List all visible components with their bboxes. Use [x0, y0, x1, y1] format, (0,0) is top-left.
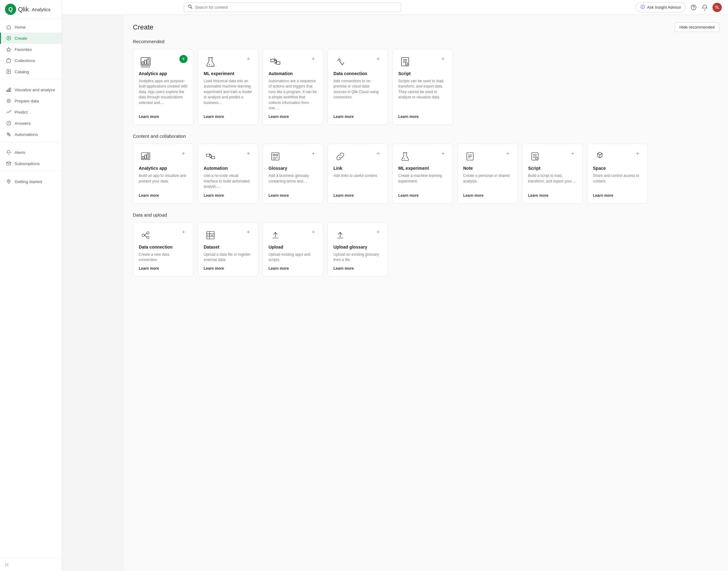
- learn-more-link[interactable]: Learn more: [593, 193, 642, 198]
- recommended-cards-grid: + Analytics app Analytics apps are purpo…: [133, 49, 719, 125]
- learn-more-link[interactable]: Learn more: [398, 115, 447, 119]
- add-button[interactable]: +: [244, 55, 252, 63]
- add-button[interactable]: +: [244, 228, 252, 236]
- card-dataset-du[interactable]: + Dataset Upload a data file or register…: [198, 223, 258, 277]
- sidebar-item-answers[interactable]: Answers: [0, 118, 62, 129]
- sidebar-label-automations: Automations: [15, 132, 38, 137]
- card-script-rec[interactable]: + Script Scripts can be used to load, tr…: [392, 49, 453, 125]
- svg-rect-30: [276, 62, 280, 64]
- add-button[interactable]: +: [309, 55, 317, 63]
- card-name: Data connection: [333, 71, 382, 76]
- main-content: Create Hide recommended Recommended: [124, 15, 728, 571]
- card-name: Glossary: [269, 166, 317, 171]
- learn-more-link[interactable]: Learn more: [204, 193, 252, 198]
- learn-more-link[interactable]: Learn more: [528, 193, 577, 198]
- sidebar-item-visualize[interactable]: Visualize and analyze: [0, 84, 62, 95]
- learn-more-link[interactable]: Learn more: [463, 193, 512, 198]
- add-button[interactable]: +: [504, 149, 512, 158]
- card-ml-experiment-cc[interactable]: + ML experiment Create a machine learnin…: [392, 144, 453, 203]
- predict-icon: [6, 109, 11, 115]
- card-name: Upload glossary: [333, 244, 382, 249]
- card-desc: Upload an existing glossary from a file.: [333, 252, 382, 263]
- learn-more-link[interactable]: Learn more: [398, 193, 447, 198]
- sidebar-item-create[interactable]: Create: [0, 32, 62, 44]
- card-upload-du[interactable]: + Upload Upload existing apps and script…: [263, 223, 323, 277]
- add-button-featured[interactable]: +: [180, 55, 188, 63]
- learn-more-link[interactable]: Learn more: [139, 193, 188, 198]
- collapse-sidebar-button[interactable]: [5, 562, 57, 567]
- learn-more-link[interactable]: Learn more: [333, 193, 382, 198]
- data-connection-icon: [139, 228, 152, 242]
- card-header: +: [528, 149, 577, 163]
- add-button[interactable]: +: [634, 149, 642, 158]
- hide-recommended-button[interactable]: Hide recommended: [675, 22, 719, 32]
- add-button[interactable]: +: [374, 55, 382, 63]
- card-data-connection-du[interactable]: + Data connection Create a new data conn…: [133, 223, 193, 277]
- add-button[interactable]: +: [439, 55, 447, 63]
- notifications-icon[interactable]: [701, 4, 708, 11]
- card-name: Script: [398, 71, 447, 76]
- search-input[interactable]: [195, 5, 397, 10]
- learn-more-link[interactable]: Learn more: [269, 115, 317, 119]
- add-button[interactable]: +: [374, 149, 382, 158]
- sidebar-item-subscriptions[interactable]: Subscriptions: [0, 158, 62, 169]
- home-icon: [6, 24, 11, 30]
- plus-circle-icon: [6, 35, 11, 41]
- card-data-connection-rec[interactable]: + Data connection Add connections to on-…: [327, 49, 388, 125]
- card-analytics-app-cc[interactable]: + Analytics app Build an app to visualiz…: [133, 144, 193, 203]
- learn-more-link[interactable]: Learn more: [139, 115, 188, 119]
- learn-more-link[interactable]: Learn more: [204, 115, 252, 119]
- sidebar-item-prepare[interactable]: Prepare data: [0, 95, 62, 106]
- card-name: Automation: [269, 71, 317, 76]
- learn-more-link[interactable]: Learn more: [269, 193, 317, 198]
- insight-advisor-button[interactable]: Ask Insight Advisor: [635, 2, 686, 12]
- ml-experiment-icon: [398, 149, 412, 163]
- add-button[interactable]: +: [309, 228, 317, 236]
- card-link-cc[interactable]: + Link Add links to useful content. Lear…: [327, 144, 388, 203]
- add-button[interactable]: +: [569, 149, 577, 158]
- card-desc: Build an app to visualize and present yo…: [139, 173, 188, 189]
- ml-experiment-icon: [204, 55, 217, 69]
- card-glossary-cc[interactable]: + Glossary Add a business glossary conta…: [263, 144, 323, 203]
- sidebar-item-home[interactable]: Home: [0, 21, 62, 32]
- learn-more-link[interactable]: Learn more: [269, 266, 317, 270]
- card-space-cc[interactable]: + Space Share and control access to cont…: [587, 144, 648, 203]
- sidebar-item-alerts[interactable]: Alerts: [0, 147, 62, 158]
- svg-point-13: [10, 110, 11, 111]
- card-upload-glossary-du[interactable]: + Upload glossary Upload an existing glo…: [327, 223, 388, 277]
- card-script-cc[interactable]: + Script Build a script to load, transfo…: [522, 144, 583, 203]
- sidebar-item-predict[interactable]: Predict: [0, 106, 62, 118]
- sidebar-item-getting-started[interactable]: Getting started: [0, 176, 62, 187]
- add-button[interactable]: +: [180, 228, 188, 236]
- card-header: +: [139, 55, 188, 69]
- sidebar-item-favorites[interactable]: Favorites: [0, 44, 62, 55]
- learn-more-link[interactable]: Learn more: [204, 266, 252, 270]
- sidebar-item-collections[interactable]: Collections: [0, 55, 62, 66]
- search-bar[interactable]: [184, 2, 401, 12]
- add-button[interactable]: +: [439, 149, 447, 158]
- add-button[interactable]: +: [309, 149, 317, 158]
- sidebar-item-catalog[interactable]: Catalog: [0, 66, 62, 77]
- card-automation-cc[interactable]: + Automation Use a no-code visual interf…: [198, 144, 258, 203]
- dataset-icon: [204, 228, 217, 242]
- card-desc: Load historical data into an automated m…: [204, 79, 252, 111]
- add-button[interactable]: +: [374, 228, 382, 236]
- card-header: +: [139, 228, 188, 242]
- card-analytics-app-rec[interactable]: + Analytics app Analytics apps are purpo…: [133, 49, 193, 125]
- svg-line-31: [339, 61, 341, 63]
- card-desc: Use a no-code visual interface to build …: [204, 173, 252, 189]
- svg-point-15: [8, 181, 9, 182]
- learn-more-link[interactable]: Learn more: [333, 266, 382, 270]
- sidebar-item-automations[interactable]: Automations: [0, 129, 62, 140]
- card-note-cc[interactable]: + Note Create a personal or shared analy…: [457, 144, 518, 203]
- help-icon[interactable]: [690, 4, 697, 11]
- add-button[interactable]: +: [180, 149, 188, 158]
- rocket-icon: [6, 179, 11, 184]
- card-ml-experiment-rec[interactable]: + ML experiment Load historical data int…: [198, 49, 258, 125]
- learn-more-link[interactable]: Learn more: [139, 266, 188, 270]
- add-button[interactable]: +: [244, 149, 252, 158]
- user-avatar[interactable]: TL: [713, 3, 722, 12]
- learn-more-link[interactable]: Learn more: [333, 115, 382, 119]
- svg-point-57: [142, 234, 145, 236]
- card-automation-rec[interactable]: + Automation Automations are a sequence …: [263, 49, 323, 125]
